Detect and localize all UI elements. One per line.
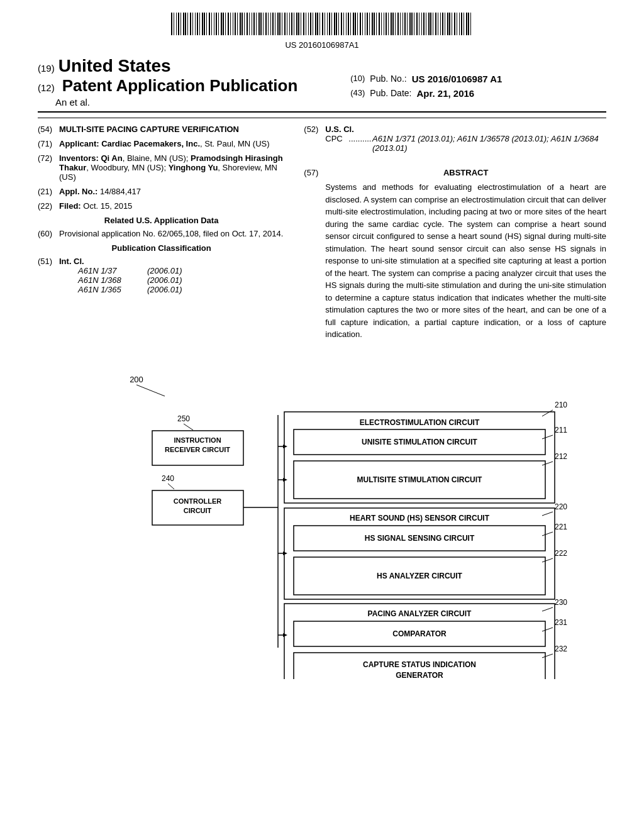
appl-no-label: Appl. No.: [59,187,97,196]
related-heading: Related U.S. Application Data [38,216,285,225]
label-43: (43) [350,88,365,99]
pub-no-line: (10) Pub. No.: US 2016/0106987 A1 [350,74,606,84]
capture-status-label2: GENERATOR [396,671,443,679]
pub-class-heading: Publication Classification [38,243,285,253]
hs-sensor-label: HEART SOUND (HS) SENSOR CIRCUIT [350,514,490,523]
appl-no-content: Appl. No.: 14/884,417 [59,187,285,196]
int-cl-content: Int. Cl. A61N 1/37 (2006.01) A61N 1/368 … [59,257,285,294]
filed-value: Oct. 15, 2015 [83,201,132,211]
applicant-value: Cardiac Pacemakers, Inc., St. Paul, MN (… [101,139,269,148]
abstract-title: ABSTRACT [325,168,606,177]
label-12: (12) [38,82,55,93]
int-cl-code-3: A61N 1/365 [78,285,135,294]
capture-status-label1: CAPTURE STATUS INDICATION [363,660,476,669]
prov-value: Provisional application No. 62/065,108, … [59,229,285,238]
controller-label2: CIRCUIT [184,507,212,514]
hs-analyzer-label: HS ANALYZER CIRCUIT [377,572,462,580]
svg-line-4 [542,462,553,465]
pacing-analyzer-label: PACING ANALYZER CIRCUIT [368,609,472,618]
pub-no-label: Pub. No.: [370,74,406,84]
label-19: (19) [38,63,55,74]
pub-date-label: Pub. Date: [370,88,411,99]
comparator-label: COMPARATOR [392,629,447,638]
ref-231-label: 231 [555,618,567,627]
ref-212-label: 212 [555,452,567,461]
ref-211-label: 211 [555,426,567,434]
abstract-text: Systems and methods for evaluating elect… [325,181,606,341]
int-cl-num: (51) [38,257,55,294]
body-columns: (54) MULTI-SITE PACING CAPTURE VERIFICAT… [38,124,606,346]
svg-marker-16 [283,551,287,555]
divider-main [38,111,606,113]
ref-220-label: 220 [555,502,567,511]
abstract-content: ABSTRACT Systems and methods for evaluat… [325,168,606,341]
appl-no-value: 14/884,417 [100,187,141,196]
int-cl-label: Int. Cl. [59,257,285,266]
filed-field: (22) Filed: Oct. 15, 2015 [38,201,285,211]
inventors-label: Inventors: [59,153,99,163]
svg-line-9 [542,628,553,631]
abstract-num: (57) [304,168,321,341]
svg-line-5 [542,512,553,516]
barcode-container [38,13,606,38]
us-cl-num: (52) [304,124,321,155]
controller-label1: CONTROLLER [174,497,221,505]
int-cl-code-1: A61N 1/37 [78,266,135,275]
title-value: MULTI-SITE PACING CAPTURE VERIFICATION [59,124,285,134]
svg-marker-14 [283,478,287,482]
appl-no-num: (21) [38,187,55,196]
header-right: (10) Pub. No.: US 2016/0106987 A1 (43) P… [350,56,606,108]
divider-sub [38,118,606,118]
pub-number-top: US 20160106987A1 [38,40,606,50]
author-line: An et al. [55,97,350,108]
ref-200-label: 200 [130,375,143,384]
hs-signal-label: HS SIGNAL SENSING CIRCUIT [365,534,475,543]
cpc-values: A61N 1/371 (2013.01); A61N 1/36578 (2013… [372,134,606,153]
ref-232-label: 232 [555,645,567,653]
prov-num: (60) [38,229,55,238]
inventors-num: (72) [38,153,55,182]
svg-line-2 [542,410,553,416]
filed-num: (22) [38,201,55,211]
int-cl-field: (51) Int. Cl. A61N 1/37 (2006.01) A61N 1… [38,257,285,294]
ref-200-line [136,385,165,396]
inventors-content: Inventors: Qi An, Blaine, MN (US); Pramo… [59,153,285,182]
ref-230-label: 230 [555,598,567,607]
int-cl-year-2: (2006.01) [147,275,182,285]
multisite-label: MULTISITE STIMULATION CIRCUIT [357,475,483,484]
svg-line-10 [542,654,553,658]
svg-line-8 [542,607,553,611]
instruction-receiver-label1: INSTRUCTION [174,436,221,444]
svg-line-6 [542,532,553,536]
ref-240-label: 240 [162,474,174,483]
us-cl-field: (52) U.S. Cl. CPC .......... A61N 1/371 … [304,124,606,155]
pub-type: Patent Application Publication [62,76,298,96]
ref-210-label: 210 [555,401,567,409]
instruction-receiver-label2: RECEIVER CIRCUIT [165,446,230,453]
header-section: (19) United States (12) Patent Applicati… [38,56,606,108]
title-text: MULTI-SITE PACING CAPTURE VERIFICATION [59,124,239,134]
svg-line-0 [184,424,193,430]
applicant-label: Applicant: [59,139,99,148]
pub-date-line: (43) Pub. Date: Apr. 21, 2016 [350,88,606,99]
appl-no-field: (21) Appl. No.: 14/884,417 [38,187,285,196]
inventors-field: (72) Inventors: Qi An, Blaine, MN (US); … [38,153,285,182]
col-right: (52) U.S. Cl. CPC .......... A61N 1/371 … [304,124,606,346]
int-cl-code-2: A61N 1/368 [78,275,135,285]
applicant-num: (71) [38,139,55,148]
svg-marker-12 [283,445,287,448]
filed-label: Filed: [59,201,81,211]
page: US 20160106987A1 (19) United States (12)… [0,0,644,830]
svg-line-3 [542,435,553,439]
filed-content: Filed: Oct. 15, 2015 [59,201,285,211]
pub-date-value: Apr. 21, 2016 [416,88,474,99]
header-left: (19) United States (12) Patent Applicati… [38,56,350,108]
country-name: United States [58,56,171,76]
cpc-dots: .......... [347,134,369,153]
provisional-field: (60) Provisional application No. 62/065,… [38,229,285,238]
int-cl-row-2: A61N 1/368 (2006.01) [78,275,285,285]
abstract-section: (57) ABSTRACT Systems and methods for ev… [304,168,606,341]
us-cl-content: U.S. Cl. CPC .......... A61N 1/371 (2013… [325,124,606,155]
col-left: (54) MULTI-SITE PACING CAPTURE VERIFICAT… [38,124,285,346]
unisite-label: UNISITE STIMULATION CIRCUIT [362,438,477,446]
